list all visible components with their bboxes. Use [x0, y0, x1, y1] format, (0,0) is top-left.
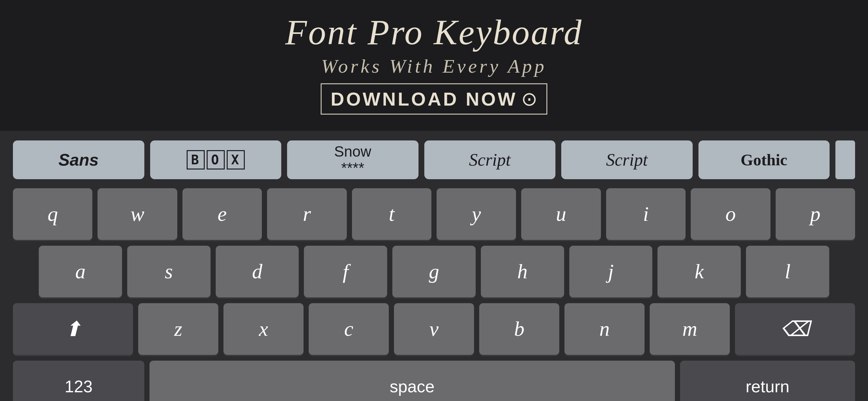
key-d[interactable]: d — [216, 246, 299, 297]
keyboard-row-2: a s d f g h j k l — [13, 246, 855, 297]
key-num[interactable]: 123 — [13, 361, 144, 401]
key-a[interactable]: a — [39, 246, 122, 297]
font-btn-snow[interactable]: Snow**** — [287, 141, 418, 179]
key-backspace[interactable]: ⌫ — [735, 303, 855, 355]
key-k[interactable]: k — [657, 246, 741, 297]
key-m[interactable]: m — [650, 303, 730, 355]
font-btn-gothic-label: Gothic — [741, 150, 787, 169]
key-g[interactable]: g — [392, 246, 476, 297]
font-btn-script1[interactable]: Script — [424, 141, 556, 179]
key-y[interactable]: y — [437, 188, 516, 240]
font-btn-script2-label: Script — [606, 150, 648, 170]
box-letter-o: O — [207, 150, 225, 169]
download-icon: ⊙ — [521, 88, 537, 111]
key-e[interactable]: e — [182, 188, 262, 240]
key-z[interactable]: z — [138, 303, 218, 355]
subtitle: Works With Every App — [285, 55, 583, 78]
key-w[interactable]: w — [97, 188, 177, 240]
font-btn-script2[interactable]: Script — [561, 141, 693, 179]
key-b[interactable]: b — [479, 303, 559, 355]
shift-icon: ⬆ — [64, 317, 82, 341]
key-n[interactable]: n — [564, 303, 645, 355]
key-u[interactable]: u — [521, 188, 600, 240]
key-l[interactable]: l — [746, 246, 829, 297]
download-label: DOWNLOAD NOW — [331, 88, 517, 110]
backspace-icon: ⌫ — [780, 317, 810, 341]
key-c[interactable]: c — [309, 303, 389, 355]
keyboard-wrapper: Sans B O X Snow**** Script Script Gothic… — [0, 131, 868, 401]
key-space[interactable]: space — [150, 361, 675, 401]
key-p[interactable]: p — [776, 188, 855, 240]
font-btn-box-label: B O X — [187, 150, 245, 169]
font-btn-sans-label: Sans — [58, 150, 98, 169]
header: Font Pro Keyboard Works With Every App D… — [285, 0, 583, 121]
key-r[interactable]: r — [267, 188, 346, 240]
key-f[interactable]: f — [304, 246, 387, 297]
keyboard-row-3: ⬆ z x c v b n m ⌫ — [13, 303, 855, 355]
key-shift[interactable]: ⬆ — [13, 303, 133, 355]
key-return[interactable]: return — [680, 361, 855, 401]
app-title: Font Pro Keyboard — [285, 13, 583, 52]
key-q[interactable]: q — [13, 188, 92, 240]
key-o[interactable]: o — [691, 188, 770, 240]
font-selector-row: Sans B O X Snow**** Script Script Gothic — [13, 141, 855, 179]
key-j[interactable]: j — [569, 246, 653, 297]
box-letter-x: X — [227, 150, 245, 169]
key-t[interactable]: t — [352, 188, 431, 240]
font-btn-partial[interactable] — [835, 141, 855, 179]
key-i[interactable]: i — [606, 188, 686, 240]
keyboard-row-bottom: 123 space return — [13, 361, 855, 401]
key-s[interactable]: s — [127, 246, 211, 297]
font-btn-box[interactable]: B O X — [150, 141, 282, 179]
font-btn-sans[interactable]: Sans — [13, 141, 144, 179]
key-v[interactable]: v — [394, 303, 474, 355]
key-h[interactable]: h — [481, 246, 564, 297]
font-btn-gothic[interactable]: Gothic — [699, 141, 830, 179]
font-btn-snow-label: Snow**** — [334, 143, 371, 176]
key-x[interactable]: x — [223, 303, 304, 355]
font-btn-script1-label: Script — [469, 150, 510, 170]
box-letter-b: B — [187, 150, 205, 169]
keyboard-row-1: q w e r t y u i o p — [13, 188, 855, 240]
download-button[interactable]: DOWNLOAD NOW ⊙ — [321, 83, 547, 115]
